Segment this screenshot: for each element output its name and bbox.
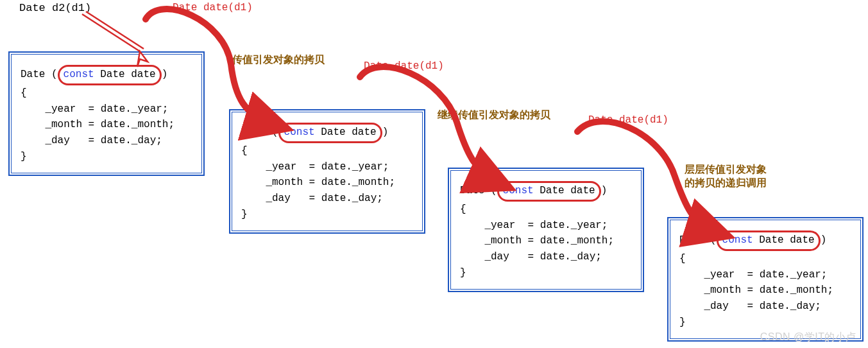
param-highlight-2: const Date date bbox=[278, 123, 382, 143]
label-date-2: Date date(d1) bbox=[364, 60, 444, 72]
kw-const: const bbox=[503, 185, 534, 196]
svg-line-0 bbox=[82, 14, 140, 51]
label-date-3: Date date(d1) bbox=[588, 114, 668, 126]
top-code: Date d2(d1) bbox=[19, 2, 91, 14]
code-box-3: Date (const Date date) { _year = date._y… bbox=[448, 168, 644, 292]
sig-rest: Date date bbox=[534, 185, 595, 196]
sig-post: ) bbox=[382, 126, 389, 138]
sig-post: ) bbox=[821, 234, 827, 246]
code-body: { _year = date._year; _month = date._mon… bbox=[460, 204, 614, 279]
sig-rest: Date date bbox=[315, 126, 377, 138]
code-body: { _year = date._year; _month = date._mon… bbox=[241, 145, 395, 220]
sig-pre: Date ( bbox=[679, 234, 717, 246]
code-box-3-inner: Date (const Date date) { _year = date._y… bbox=[450, 170, 642, 290]
svg-line-1 bbox=[86, 12, 144, 49]
sig-post: ) bbox=[601, 185, 608, 196]
caption-1: 传值引发对象的拷贝 bbox=[232, 53, 325, 67]
code-box-4: Date (const Date date) { _year = date._y… bbox=[667, 217, 864, 342]
kw-const: const bbox=[64, 69, 94, 80]
param-highlight-1: const Date date bbox=[58, 65, 162, 85]
caption-3: 层层传值引发对象 的拷贝的递归调用 bbox=[685, 163, 767, 190]
kw-const: const bbox=[722, 234, 753, 246]
kw-const: const bbox=[284, 126, 315, 138]
label-date-1: Date date(d1) bbox=[173, 2, 253, 13]
param-highlight-4: const Date date bbox=[717, 231, 821, 251]
code-box-4-inner: Date (const Date date) { _year = date._y… bbox=[670, 220, 861, 339]
code-box-1: Date (const Date date) { _year = date._y… bbox=[8, 51, 205, 176]
code-box-2-inner: Date (const Date date) { _year = date._y… bbox=[232, 112, 423, 231]
code-body: { _year = date._year; _month = date._mon… bbox=[21, 87, 174, 162]
sig-pre: Date ( bbox=[460, 185, 497, 196]
sig-rest: Date date bbox=[94, 69, 156, 80]
param-highlight-3: const Date date bbox=[497, 181, 601, 202]
code-body: { _year = date._year; _month = date._mon… bbox=[679, 253, 833, 328]
caption-2: 继续传值引发对象的拷贝 bbox=[438, 109, 550, 122]
sig-pre: Date ( bbox=[21, 69, 58, 80]
sig-rest: Date date bbox=[753, 234, 815, 246]
sig-pre: Date ( bbox=[241, 126, 278, 138]
code-box-2: Date (const Date date) { _year = date._y… bbox=[229, 109, 425, 234]
code-box-1-inner: Date (const Date date) { _year = date._y… bbox=[11, 54, 202, 173]
sig-post: ) bbox=[162, 69, 168, 80]
